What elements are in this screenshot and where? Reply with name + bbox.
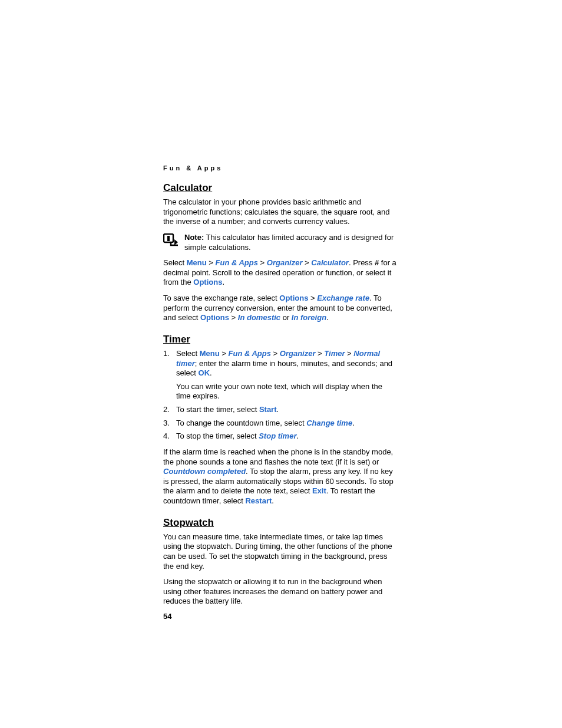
options-link: Options bbox=[200, 313, 229, 322]
text: To save the exchange rate, select bbox=[163, 294, 279, 302]
content-column: Fun & Apps Calculator The calculator in … bbox=[163, 164, 399, 607]
page-number: 54 bbox=[163, 612, 171, 621]
text: > bbox=[345, 349, 354, 358]
organizer-link: Organizer bbox=[267, 258, 303, 267]
heading-stopwatch: Stopwatch bbox=[163, 517, 399, 529]
exit-link: Exit bbox=[312, 486, 326, 495]
text: If the alarm time is reached when the ph… bbox=[163, 447, 393, 466]
note-body: This calculator has limited accuracy and… bbox=[184, 233, 394, 252]
text: . bbox=[277, 405, 279, 414]
fun-apps-link: Fun & Apps bbox=[229, 349, 271, 358]
stopwatch-p1: You can measure time, take intermediate … bbox=[163, 532, 399, 572]
text: > bbox=[303, 258, 312, 267]
text: > bbox=[308, 294, 317, 302]
timer-steps: Select Menu > Fun & Apps > Organizer > T… bbox=[163, 349, 399, 442]
note-icon bbox=[163, 233, 178, 250]
heading-timer: Timer bbox=[163, 334, 399, 345]
svg-rect-1 bbox=[167, 236, 170, 241]
stopwatch-p2: Using the stopwatch or allowing it to ru… bbox=[163, 577, 399, 607]
stop-timer-link: Stop timer bbox=[259, 431, 296, 440]
text: To start the timer, select bbox=[176, 405, 259, 414]
in-domestic-link: In domestic bbox=[238, 313, 280, 322]
text: Select bbox=[176, 349, 200, 358]
timer-step-1: Select Menu > Fun & Apps > Organizer > T… bbox=[163, 349, 399, 401]
in-foreign-link: In foreign bbox=[292, 313, 326, 322]
note-label: Note: bbox=[184, 233, 204, 242]
text: > bbox=[229, 313, 238, 322]
countdown-completed-link: Countdown completed bbox=[163, 467, 246, 476]
calculator-nav: Select Menu > Fun & Apps > Organizer > C… bbox=[163, 258, 399, 288]
text: . bbox=[272, 496, 274, 505]
options-link: Options bbox=[193, 278, 222, 286]
text: To change the countdown time, select bbox=[176, 419, 306, 427]
menu-link: Menu bbox=[187, 258, 207, 267]
text: . bbox=[352, 419, 355, 427]
timer-step-3: To change the countdown time, select Cha… bbox=[163, 419, 399, 429]
heading-calculator: Calculator bbox=[163, 182, 399, 194]
text: or bbox=[280, 313, 292, 322]
menu-link: Menu bbox=[200, 349, 220, 358]
options-link: Options bbox=[279, 294, 308, 302]
change-time-link: Change time bbox=[306, 419, 352, 427]
organizer-link: Organizer bbox=[280, 349, 316, 358]
timer-after: If the alarm time is reached when the ph… bbox=[163, 447, 399, 506]
text: Select bbox=[163, 258, 187, 267]
text: . bbox=[210, 368, 212, 377]
timer-step-1-note: You can write your own note text, which … bbox=[176, 382, 399, 401]
text: > bbox=[258, 258, 267, 267]
calculator-link: Calculator bbox=[311, 258, 349, 267]
text: To stop the timer, select bbox=[176, 431, 259, 440]
running-head: Fun & Apps bbox=[163, 164, 399, 172]
timer-link: Timer bbox=[324, 349, 345, 358]
calculator-intro: The calculator in your phone provides ba… bbox=[163, 197, 399, 227]
text: > bbox=[316, 349, 325, 358]
page: Fun & Apps Calculator The calculator in … bbox=[0, 0, 562, 728]
note-text: Note: This calculator has limited accura… bbox=[184, 233, 399, 252]
calculator-exchange: To save the exchange rate, select Option… bbox=[163, 294, 399, 323]
text: . bbox=[296, 431, 299, 440]
timer-step-4: To stop the timer, select Stop timer. bbox=[163, 431, 399, 442]
text: . bbox=[326, 313, 329, 322]
exchange-rate-link: Exchange rate bbox=[317, 294, 369, 302]
fun-apps-link: Fun & Apps bbox=[216, 258, 258, 267]
timer-step-2: To start the timer, select Start. bbox=[163, 405, 399, 415]
restart-link: Restart bbox=[245, 496, 272, 505]
text: . bbox=[222, 278, 224, 286]
text: > bbox=[207, 258, 216, 267]
start-link: Start bbox=[259, 405, 277, 414]
ok-link: OK bbox=[199, 368, 210, 377]
text: > bbox=[220, 349, 229, 358]
text: > bbox=[271, 349, 280, 358]
note-block: Note: This calculator has limited accura… bbox=[163, 233, 399, 252]
text: . Press bbox=[349, 258, 375, 267]
